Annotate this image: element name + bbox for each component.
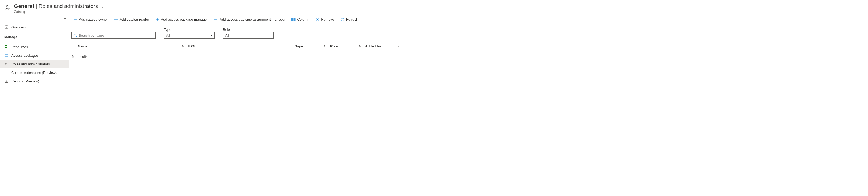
column-header-added-by[interactable]: Added by [365,44,403,48]
column-button[interactable]: Column [289,15,311,24]
plus-icon [155,17,159,22]
people-small-icon [4,62,8,66]
collapse-sidebar-button[interactable] [63,16,67,19]
column-header-upn[interactable]: UPN [188,44,295,48]
button-label: Remove [321,17,334,22]
button-label: Add catalog reader [120,17,149,22]
close-button[interactable] [857,3,863,10]
column-label: Added by [365,44,381,48]
more-actions-button[interactable]: … [102,4,106,9]
plus-icon [214,17,218,22]
table-header: Name UPN Type Role Added by [69,41,868,52]
type-filter-label: Type [164,28,215,32]
button-label: Refresh [346,17,358,22]
filter-bar: Type All Role All [69,24,868,41]
breadcrumb: Catalog [14,10,106,14]
close-icon [315,17,319,22]
add-catalog-owner-button[interactable]: Add catalog owner [71,15,110,24]
sidebar-item-label: Access packages [11,53,38,57]
sidebar-item-label: Roles and administrators [11,62,50,66]
main-content: Add catalog owner Add catalog reader Add… [69,15,868,196]
sort-icon [181,45,185,48]
chevron-down-icon [269,34,272,37]
svg-rect-3 [5,45,6,46]
role-filter-label: Role [223,28,274,32]
sidebar-section-manage: Manage [0,31,69,41]
sidebar-item-resources[interactable]: Resources [0,43,69,51]
sidebar-item-roles-administrators[interactable]: Roles and administrators [0,60,69,68]
button-label: Add catalog owner [79,17,108,22]
column-label: Name [78,44,87,48]
sidebar-separator [4,42,64,42]
select-value: All [225,34,229,38]
role-filter-select[interactable]: All [223,32,274,39]
title-separator: | [35,3,37,9]
package-icon [4,53,8,57]
svg-rect-7 [5,54,8,57]
plus-icon [73,17,77,22]
info-icon [4,25,8,29]
search-field [71,32,156,39]
select-value: All [166,34,170,38]
columns-icon [291,17,296,22]
sort-icon [359,45,362,48]
sidebar-item-label: Custom extensions (Preview) [11,71,57,75]
plus-icon [114,17,118,22]
grid-icon [4,45,8,49]
column-header-type[interactable]: Type [295,44,330,48]
sidebar-item-overview[interactable]: Overview [0,23,69,31]
svg-rect-10 [5,71,8,74]
page-title-sub: Roles and administrators [39,3,98,9]
column-label: UPN [188,44,195,48]
add-access-package-manager-button[interactable]: Add access package manager [153,15,210,24]
sidebar-item-access-packages[interactable]: Access packages [0,51,69,60]
svg-rect-5 [6,45,7,46]
svg-rect-4 [5,47,6,48]
table-body: No results [69,52,868,61]
svg-point-1 [9,6,10,7]
sidebar: Overview Manage Resources Access package… [0,15,69,196]
page-title-main: General [14,3,34,9]
button-label: Add access package assignment manager [220,17,285,22]
sidebar-item-label: Reports (Preview) [11,79,39,83]
sidebar-item-label: Resources [11,45,28,49]
sort-icon [289,45,292,48]
svg-point-0 [6,6,8,7]
role-filter: Role All [223,28,274,39]
people-icon [5,4,11,11]
window-icon [4,70,8,75]
svg-rect-6 [6,47,7,48]
svg-point-12 [74,34,76,36]
refresh-icon [340,17,344,22]
sidebar-item-custom-extensions[interactable]: Custom extensions (Preview) [0,68,69,77]
add-catalog-reader-button[interactable]: Add catalog reader [112,15,151,24]
svg-point-8 [5,63,6,64]
column-label: Type [295,44,303,48]
remove-button[interactable]: Remove [313,15,336,24]
search-input[interactable] [71,32,156,39]
sidebar-item-reports[interactable]: Reports (Preview) [0,77,69,85]
sidebar-item-label: Overview [11,25,26,29]
chevron-down-icon [210,34,213,37]
column-label: Role [330,44,338,48]
add-access-package-assignment-manager-button[interactable]: Add access package assignment manager [212,15,287,24]
command-bar: Add catalog owner Add catalog reader Add… [69,15,868,24]
column-header-role[interactable]: Role [330,44,365,48]
refresh-button[interactable]: Refresh [338,15,361,24]
sort-icon [324,45,327,48]
empty-state-text: No results [72,54,88,58]
report-icon [4,79,8,83]
type-filter-select[interactable]: All [164,32,215,39]
button-label: Add access package manager [161,17,208,22]
svg-point-9 [7,63,8,64]
page-header: General | Roles and administrators … Cat… [0,0,868,15]
title-block: General | Roles and administrators … Cat… [14,3,106,14]
column-header-name[interactable]: Name [78,44,188,48]
sort-icon [396,45,399,48]
button-label: Column [297,17,309,22]
search-icon [73,34,77,37]
type-filter: Type All [164,28,215,39]
